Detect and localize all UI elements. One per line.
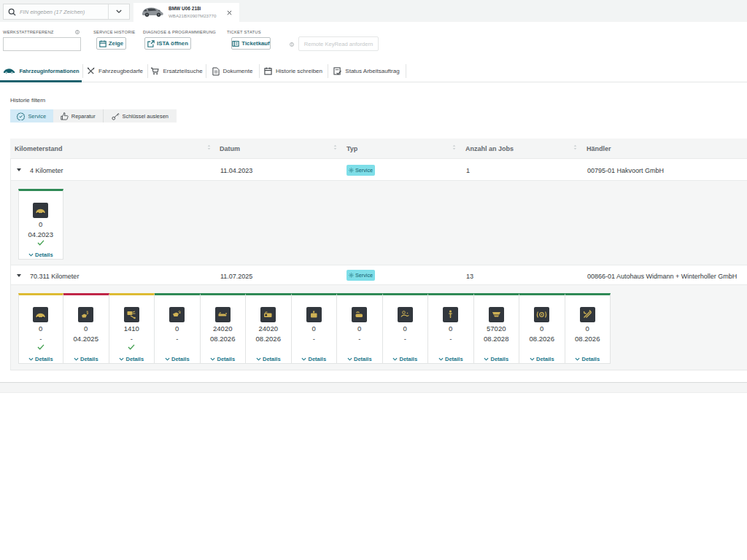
svg-text:§: §: [86, 309, 88, 314]
